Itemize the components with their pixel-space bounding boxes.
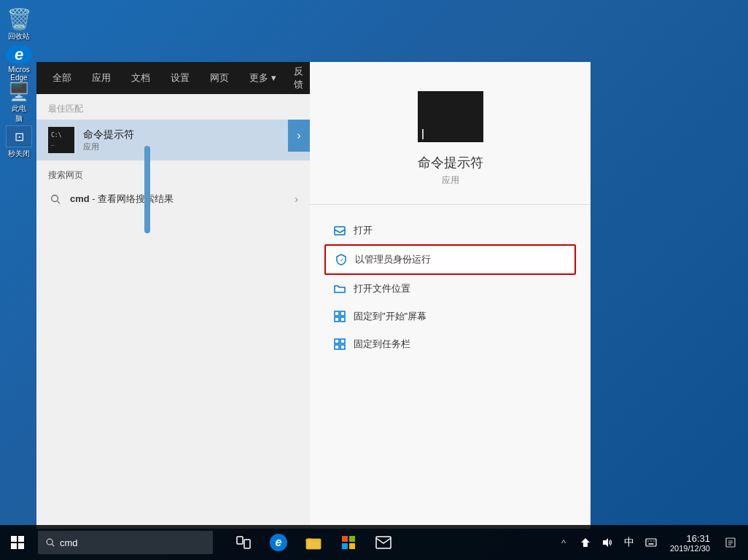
tab-all[interactable]: 全部 [44, 66, 80, 90]
detail-arrow: › [288, 120, 310, 152]
start-menu: 全部 应用 文档 设置 网页 更多 ▾ 反馈 ··· 最佳匹配 C:\ [36, 62, 591, 529]
desktop-icon-shortcut[interactable]: ⊡ 秒关闭 [2, 125, 36, 159]
tab-apps[interactable]: 应用 [83, 66, 120, 90]
search-panel: 全部 应用 文档 设置 网页 更多 ▾ 反馈 ··· 最佳匹配 C:\ [36, 62, 310, 529]
svg-rect-17 [11, 543, 17, 549]
taskbar-search-box[interactable]: cmd [38, 531, 213, 554]
svg-rect-7 [335, 311, 339, 316]
svg-rect-8 [340, 311, 345, 316]
svg-rect-21 [237, 537, 243, 544]
action-open[interactable]: 打开 [324, 217, 576, 244]
taskbar: cmd e [0, 525, 748, 560]
action-pin-start[interactable]: 固定到"开始"屏幕 [324, 303, 576, 330]
svg-rect-25 [342, 536, 348, 542]
tray-expand[interactable]: ^ [553, 526, 574, 559]
clock-date: 2019/12/30 [670, 544, 710, 553]
tray-ime[interactable]: 中 [619, 526, 639, 559]
cmd-app-icon: C:\ _ [48, 127, 74, 153]
tray-volume[interactable] [597, 526, 618, 559]
svg-point-3 [52, 195, 58, 202]
open-label: 打开 [354, 224, 373, 237]
app-type: 应用 [83, 141, 298, 152]
store-taskbar-button[interactable] [332, 526, 365, 559]
tray-keyboard[interactable] [641, 526, 661, 559]
edge-taskbar-button[interactable]: e [262, 526, 295, 559]
pin-taskbar-label: 固定到任务栏 [354, 338, 410, 351]
taskbar-search-icon [45, 537, 55, 548]
feedback-button[interactable]: 反馈 [288, 59, 309, 97]
edge-label: MicrosEdge [8, 66, 29, 82]
shortcut-label: 秒关闭 [8, 149, 30, 159]
desktop-sidebar: 🗑️ 回收站 e MicrosEdge 🖥️ 此电脑 ⊡ 秒关闭 [0, 0, 38, 525]
web-search-label: 搜索网页 [36, 162, 310, 186]
desktop-icon-computer[interactable]: 🖥️ 此电脑 [2, 86, 36, 120]
edge-icon: e [6, 45, 32, 64]
web-search-icon [48, 192, 63, 206]
web-search-item[interactable]: cmd - 查看网络搜索结果 › [36, 186, 310, 212]
best-match-text: 命令提示符 应用 [83, 128, 298, 152]
folder-icon [333, 282, 346, 295]
pin-start-label: 固定到"开始"屏幕 [354, 310, 426, 323]
desktop: 🗑️ 回收站 e MicrosEdge 🖥️ 此电脑 ⊡ 秒关闭 全部 应用 文… [0, 0, 748, 560]
svg-marker-30 [581, 538, 590, 547]
pin-start-icon [333, 310, 346, 323]
best-match-item[interactable]: C:\ _ 命令提示符 应用 › [36, 120, 310, 160]
open-icon [333, 224, 346, 237]
start-button[interactable] [0, 525, 35, 560]
svg-rect-16 [18, 536, 24, 542]
tab-docs[interactable]: 文档 [122, 66, 159, 90]
svg-marker-31 [603, 538, 608, 547]
run-as-admin-label: 以管理员身份运行 [355, 253, 431, 266]
action-pin-taskbar[interactable]: 固定到任务栏 [324, 330, 576, 358]
action-open-location[interactable]: 打开文件位置 [324, 275, 576, 303]
svg-rect-14 [340, 345, 345, 349]
tab-settings[interactable]: 设置 [162, 66, 198, 90]
svg-rect-32 [646, 539, 656, 546]
notification-center-button[interactable] [719, 526, 742, 559]
action-list: 打开 ✓ 以管理员身份运行 [310, 217, 591, 358]
svg-point-19 [47, 539, 52, 545]
computer-label: 此电脑 [12, 104, 26, 124]
svg-rect-22 [244, 540, 250, 548]
search-results: 最佳匹配 C:\ _ 命令提示符 应用 › [36, 94, 310, 529]
clock[interactable]: 16:31 2019/12/30 [666, 526, 714, 559]
divider [310, 204, 591, 205]
web-search-arrow-icon: › [295, 193, 298, 205]
pin-taskbar-icon [333, 338, 346, 351]
app-name: 命令提示符 [83, 128, 298, 141]
app-detail-name: 命令提示符 [418, 154, 483, 171]
svg-rect-11 [335, 339, 339, 343]
svg-rect-18 [18, 543, 24, 549]
svg-rect-26 [349, 536, 355, 542]
svg-rect-9 [335, 317, 339, 322]
cursor-blink [422, 129, 424, 139]
best-match-label: 最佳匹配 [36, 94, 310, 120]
desktop-icon-recycle[interactable]: 🗑️ 回收站 [2, 7, 36, 41]
system-tray: ^ 中 [553, 526, 661, 559]
tab-web[interactable]: 网页 [201, 66, 238, 90]
recycle-label: 回收站 [8, 31, 30, 42]
task-view-button[interactable] [227, 526, 260, 559]
action-run-as-admin[interactable]: ✓ 以管理员身份运行 [324, 244, 576, 275]
search-tabs: 全部 应用 文档 设置 网页 更多 ▾ 反馈 ··· [36, 62, 310, 94]
scroll-indicator [144, 146, 150, 233]
svg-rect-28 [349, 543, 355, 549]
mail-taskbar-button[interactable] [367, 526, 400, 559]
app-preview-icon [418, 91, 483, 142]
svg-line-4 [58, 201, 61, 204]
svg-text:_: _ [51, 139, 55, 146]
svg-line-20 [52, 544, 54, 546]
shield-icon: ✓ [335, 253, 348, 266]
explorer-taskbar-button[interactable] [297, 526, 330, 559]
tab-more[interactable]: 更多 ▾ [241, 66, 285, 90]
svg-text:C:\: C:\ [51, 132, 62, 139]
taskbar-right: ^ 中 [553, 526, 748, 559]
app-detail-type: 应用 [442, 174, 459, 187]
svg-rect-12 [340, 339, 345, 343]
desktop-icon-edge[interactable]: e MicrosEdge [2, 47, 36, 80]
web-search-text: cmd - 查看网络搜索结果 [70, 192, 295, 206]
svg-rect-10 [340, 317, 345, 322]
svg-rect-27 [342, 543, 348, 549]
tray-network[interactable] [575, 526, 596, 559]
svg-rect-13 [335, 345, 339, 349]
